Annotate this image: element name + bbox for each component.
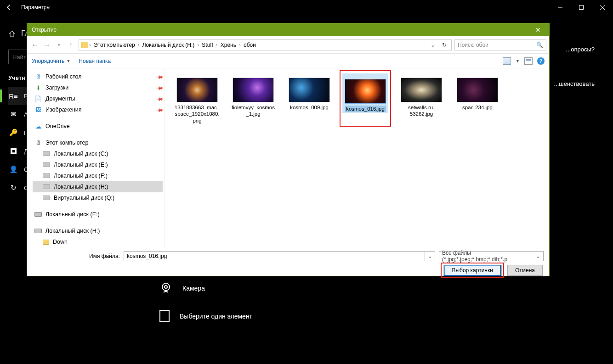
questions-link[interactable]: ...опросы?	[566, 46, 595, 53]
chevron-right-icon[interactable]: ›	[216, 42, 218, 48]
dialog-close-button[interactable]: ✕	[532, 26, 545, 34]
minimize-button[interactable]	[550, 0, 571, 15]
breadcrumb[interactable]: Stuff	[200, 42, 215, 48]
drive-icon	[43, 196, 50, 200]
address-bar[interactable]: › Этот компьютер › Локальный диск (H:) ›…	[79, 39, 452, 50]
chevron-down-icon: ⌄	[536, 253, 540, 259]
folder-tree[interactable]: 🖥Рабочий стол📌 ⬇Загрузки📌 📄Документы📌 🖼И…	[27, 68, 165, 247]
folder-icon	[81, 42, 88, 48]
filename-input[interactable]	[124, 251, 425, 261]
desktop-icon: 🖥	[34, 73, 42, 80]
tree-item-drive[interactable]: Виртуальный диск (Q:)	[33, 192, 163, 203]
breadcrumb[interactable]: Хрень	[219, 42, 238, 48]
address-dropdown[interactable]: ⌄	[428, 42, 438, 48]
breadcrumb[interactable]: Этот компьютер	[92, 42, 137, 48]
home-icon	[8, 30, 16, 37]
tree-label: Этот компьютер	[45, 140, 88, 146]
file-item[interactable]: fioletovyy_kosmos_1.jpg	[230, 73, 276, 124]
pick-element-row[interactable]: Выберите один элемент	[159, 309, 604, 323]
drive-icon	[43, 151, 50, 156]
back-button[interactable]	[0, 4, 18, 11]
chevron-right-icon[interactable]: ›	[89, 42, 91, 48]
file-thumbnail	[289, 78, 330, 102]
window-controls	[550, 0, 613, 15]
open-button[interactable]: Выбор картинки	[444, 265, 501, 276]
filetype-select[interactable]: Все файлы (*.jpg;*.jpeg;*.bmp;*.dib;*.p …	[439, 251, 544, 261]
tree-item-drive-selected[interactable]: Локальный диск (H:)	[33, 181, 163, 192]
preview-pane-button[interactable]	[524, 57, 533, 65]
tree-item-downloads[interactable]: ⬇Загрузки📌	[33, 82, 163, 93]
file-thumbnail	[457, 78, 498, 102]
chevron-down-icon: ▼	[66, 59, 70, 63]
tree-item-drive[interactable]: Локальный диск (E:)	[33, 209, 163, 220]
camera-row[interactable]: Камера	[159, 281, 604, 296]
cloud-icon: ☁	[34, 123, 42, 130]
chevron-right-icon[interactable]: ›	[239, 42, 241, 48]
organize-menu[interactable]: Упорядочить ▼	[32, 58, 70, 64]
cancel-button[interactable]: Отмена	[507, 265, 543, 276]
tree-item-folder[interactable]: Down	[33, 236, 163, 247]
nav-up-button[interactable]: ↑	[66, 41, 76, 49]
nav-arrows: ← → ▾ ↑	[30, 41, 76, 49]
tree-label: Локальный диск (E:)	[54, 162, 108, 168]
breadcrumb[interactable]: Локальный диск (H:)	[141, 42, 197, 48]
cancel-button-label: Отмена	[515, 267, 535, 274]
drive-icon	[43, 174, 50, 178]
sync-icon: ↻	[9, 184, 17, 192]
tree-item-drive[interactable]: Локальный диск (E:)	[33, 159, 163, 170]
tree-label: Загрузки	[45, 84, 68, 91]
maximize-button[interactable]	[571, 0, 592, 15]
help-icon[interactable]: ?	[537, 57, 545, 65]
tree-item-documents[interactable]: 📄Документы📌	[33, 93, 163, 104]
new-folder-button[interactable]: Новая папка	[79, 58, 111, 64]
tree-label: Локальный диск (E:)	[45, 211, 100, 218]
document-icon: 📄	[34, 95, 42, 102]
drive-icon	[43, 185, 50, 189]
settings-title: Параметры	[18, 4, 51, 11]
file-item[interactable]: setwalls.ru-53262.jpg	[398, 73, 444, 124]
refresh-button[interactable]: ↻	[439, 42, 449, 48]
file-thumbnail	[233, 78, 274, 102]
breadcrumb[interactable]: обои	[242, 42, 258, 48]
file-name: kosmos_016.jpg	[345, 106, 386, 112]
file-item-selected[interactable]: kosmos_016.jpg	[342, 73, 388, 124]
tree-item-onedrive[interactable]: ☁OneDrive	[33, 121, 163, 132]
nav-forward-button[interactable]: →	[42, 41, 52, 49]
settings-titlebar: Параметры	[0, 0, 613, 15]
improve-link[interactable]: ...шенствовать	[554, 80, 595, 87]
file-name: setwalls.ru-53262.jpg	[398, 104, 444, 118]
rectangle-icon	[159, 309, 170, 323]
chevron-down-icon[interactable]: ▼	[516, 59, 520, 63]
dialog-titlebar[interactable]: Открытие ✕	[27, 23, 549, 36]
svg-rect-4	[160, 311, 169, 322]
tree-item-this-pc[interactable]: 🖥Этот компьютер	[33, 137, 163, 148]
organize-label: Упорядочить	[32, 58, 64, 64]
tree-item-desktop[interactable]: 🖥Рабочий стол📌	[33, 71, 163, 82]
open-button-highlight: Выбор картинки	[443, 265, 502, 276]
tree-item-drive[interactable]: Локальный диск (H:)	[33, 225, 163, 236]
dialog-nav: ← → ▾ ↑ › Этот компьютер › Локальный дис…	[27, 36, 549, 54]
chevron-right-icon[interactable]: ›	[138, 42, 140, 48]
file-item[interactable]: spac-234.jpg	[454, 73, 500, 124]
tree-item-drive[interactable]: Локальный диск (C:)	[33, 148, 163, 159]
pin-icon: 📌	[156, 84, 164, 91]
search-box[interactable]: Поиск: обои 🔍	[454, 39, 546, 50]
camera-label: Камера	[182, 285, 205, 292]
file-item[interactable]: 1331883663_mac_space_1920x1080.png	[174, 73, 220, 124]
chevron-right-icon[interactable]: ›	[197, 42, 199, 48]
close-button[interactable]	[592, 0, 613, 15]
tree-item-drive[interactable]: Локальный диск (F:)	[33, 170, 163, 181]
view-mode-button[interactable]	[503, 57, 511, 65]
search-icon: 🔍	[536, 42, 543, 48]
filename-field[interactable]: ⌄	[124, 251, 435, 261]
tree-item-pictures[interactable]: 🖼Изображения📌	[33, 104, 163, 115]
tree-label: Локальный диск (H:)	[54, 184, 108, 190]
file-name: 1331883663_mac_space_1920x1080.png	[174, 104, 220, 124]
nav-back-button[interactable]: ←	[30, 41, 40, 49]
tree-label: Документы	[45, 95, 75, 102]
file-item[interactable]: kosmos_009.jpg	[286, 73, 332, 124]
nav-recent-button[interactable]: ▾	[54, 43, 64, 47]
file-list[interactable]: 1331883663_mac_space_1920x1080.png fiole…	[165, 68, 549, 247]
image-icon: 🖼	[34, 106, 42, 113]
filename-dropdown[interactable]: ⌄	[425, 251, 435, 261]
